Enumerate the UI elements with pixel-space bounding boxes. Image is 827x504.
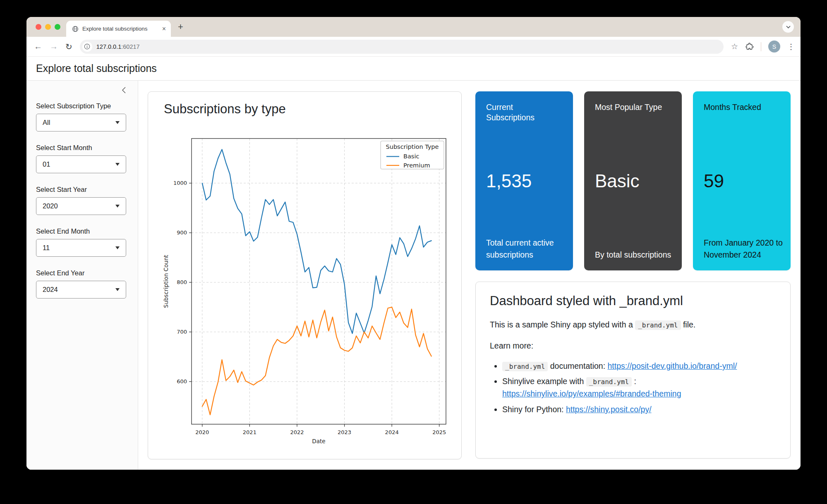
control-end-year: Select End Year 2024 [36, 269, 128, 299]
close-window-button[interactable] [36, 24, 41, 30]
control-start-year: Select Start Year 2020 [36, 186, 128, 215]
new-tab-button[interactable]: + [178, 22, 183, 32]
select-label: Select End Month [36, 227, 128, 235]
y-tick-label: 1000 [173, 180, 187, 186]
maximize-window-button[interactable] [55, 24, 60, 30]
url-text: 127.0.0.1:60217 [96, 43, 140, 50]
info-card: Dashboard styled with _brand.yml This is… [475, 282, 791, 459]
toolbar-divider [761, 42, 761, 51]
tab-strip: Explore total subscriptions × + [26, 17, 801, 37]
code-chip: _brand.yml [502, 362, 548, 371]
y-tick-label: 900 [177, 229, 187, 236]
value-box-caption: Total current active subscriptions [486, 237, 566, 260]
end-year-select[interactable]: 2024 [36, 281, 126, 299]
chart-title: Subscriptions by type [164, 102, 286, 117]
reload-icon[interactable]: ↻ [65, 42, 72, 52]
control-subscription-type: Select Subscription Type All [36, 102, 128, 131]
x-tick-label: 2020 [195, 429, 209, 435]
chevron-down-icon [115, 163, 120, 166]
info-intro: This is a sample Shiny app styled with a… [490, 320, 776, 330]
code-chip: _brand.yml [586, 377, 632, 387]
series-basic [202, 149, 431, 333]
info-card-title: Dashboard styled with _brand.yml [490, 294, 776, 308]
value-box-caption: From January 2020 to November 2024 [704, 237, 783, 260]
address-bar[interactable]: 127.0.0.1:60217 [80, 40, 724, 54]
value-box-title: Months Tracked [704, 102, 780, 112]
end-month-select[interactable]: 11 [36, 239, 126, 257]
code-chip: _brand.yml [635, 320, 681, 330]
shiny-python-link[interactable]: https://shiny.posit.co/py/ [566, 405, 652, 414]
value-box-most-popular-type: Most Popular Type Basic By total subscri… [584, 91, 682, 270]
legend-label: Premium [403, 162, 430, 169]
x-tick-label: 2023 [338, 429, 351, 435]
select-label: Select Start Month [36, 144, 128, 152]
y-tick-label: 800 [177, 279, 187, 285]
profile-avatar[interactable]: S [768, 41, 780, 53]
sidebar-collapse-icon[interactable] [122, 86, 126, 96]
page-title: Explore total subscriptions [36, 62, 157, 74]
app-header: Explore total subscriptions [26, 57, 801, 81]
x-tick-label: 2021 [243, 429, 256, 435]
select-label: Select Start Year [36, 186, 128, 193]
subscriptions-chart: 6007008009001000202020212022202320242025… [148, 125, 462, 460]
list-item: Shinylive example with _brand.yml : http… [502, 375, 776, 400]
tab-search-button[interactable] [782, 21, 794, 33]
x-axis-label: Date [312, 438, 325, 444]
chevron-down-icon [115, 205, 120, 208]
value-box-value: Basic [595, 171, 640, 191]
menu-kebab-icon[interactable]: ⋮ [787, 42, 795, 51]
start-month-select[interactable]: 01 [36, 155, 126, 173]
learn-more-label: Learn more: [490, 341, 776, 351]
window-controls [36, 24, 60, 30]
start-year-select[interactable]: 2020 [36, 197, 126, 215]
value-box-months-tracked: Months Tracked 59 From January 2020 to N… [693, 91, 791, 270]
minimize-window-button[interactable] [45, 24, 51, 30]
x-tick-label: 2024 [385, 429, 399, 435]
select-label: Select End Year [36, 269, 128, 277]
value-box-row: Current Subscriptions 1,535 Total curren… [475, 91, 791, 270]
legend-title: Subscription Type [386, 143, 439, 150]
shinylive-example-link[interactable]: https://shinylive.io/py/examples/#brande… [502, 389, 681, 398]
brand-yml-docs-link[interactable]: https://posit-dev.github.io/brand-yml/ [608, 361, 737, 370]
control-end-month: Select End Month 11 [36, 227, 128, 257]
x-tick-label: 2025 [432, 429, 446, 435]
subscription-type-select[interactable]: All [36, 114, 126, 131]
favicon-globe-icon [72, 26, 79, 32]
bookmark-star-icon[interactable]: ☆ [731, 42, 738, 51]
value-box-value: 59 [704, 171, 724, 191]
list-item: _brand.yml documentation: https://posit-… [502, 360, 776, 372]
chevron-down-icon [115, 121, 120, 124]
y-axis-label: Subscription Count [163, 255, 169, 308]
chevron-down-icon [115, 246, 120, 249]
control-start-month: Select Start Month 01 [36, 144, 128, 173]
tab-title: Explore total subscriptions [82, 26, 158, 32]
y-tick-label: 600 [177, 378, 187, 385]
chevron-down-icon [115, 288, 120, 291]
list-item: Shiny for Python: https://shiny.posit.co… [502, 403, 776, 416]
browser-toolbar: ← → ↻ 127.0.0.1:60217 ☆ S ⋮ [26, 37, 801, 57]
extensions-puzzle-icon[interactable] [745, 42, 754, 51]
tab-close-icon[interactable]: × [162, 25, 166, 33]
back-icon[interactable]: ← [34, 42, 42, 51]
select-label: Select Subscription Type [36, 102, 128, 110]
value-box-current-subscriptions: Current Subscriptions 1,535 Total curren… [475, 91, 573, 270]
series-premium [202, 307, 431, 415]
links-list: _brand.yml documentation: https://posit-… [490, 360, 776, 416]
site-info-icon[interactable] [82, 42, 92, 52]
legend-label: Basic [403, 153, 419, 160]
value-box-value: 1,535 [486, 171, 532, 191]
browser-tab[interactable]: Explore total subscriptions × [66, 21, 171, 37]
chart-card: Subscriptions by type 600700800900100020… [148, 91, 462, 459]
value-box-title: Current Subscriptions [486, 102, 562, 123]
x-tick-label: 2022 [290, 429, 304, 435]
y-tick-label: 700 [177, 329, 187, 335]
forward-icon[interactable]: → [50, 42, 58, 51]
sidebar: Select Subscription Type All Select Star… [26, 81, 138, 470]
main-content: Subscriptions by type 600700800900100020… [138, 81, 801, 470]
browser-window: Explore total subscriptions × + ← → ↻ 12… [26, 17, 801, 470]
value-box-title: Most Popular Type [595, 102, 671, 112]
toolbar-actions: ☆ S ⋮ [731, 41, 795, 53]
value-box-caption: By total subscriptions [595, 249, 674, 260]
